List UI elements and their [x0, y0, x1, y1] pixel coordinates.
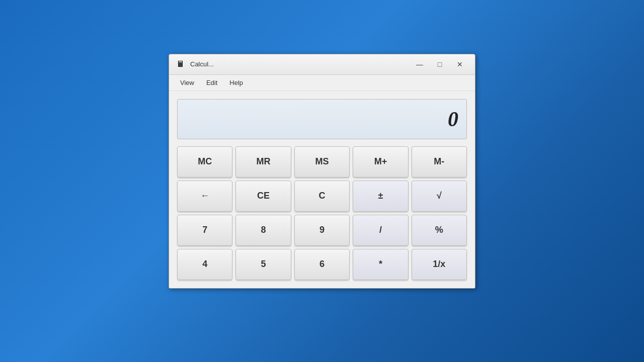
ce-button[interactable]: CE — [235, 180, 291, 212]
display-screen: 0 — [177, 99, 467, 139]
minimize-button[interactable]: — — [411, 58, 429, 70]
percent-button[interactable]: % — [412, 215, 467, 246]
control-row: ← CE C ± √ — [177, 180, 467, 212]
ms-button[interactable]: MS — [294, 146, 350, 177]
title-bar: 🖩 Calcul... — □ ✕ — [169, 54, 475, 75]
window-controls: — □ ✕ — [411, 58, 469, 70]
divide-button[interactable]: / — [353, 215, 408, 246]
menu-view[interactable]: View — [175, 77, 199, 88]
mr-button[interactable]: MR — [235, 146, 291, 177]
row-789: 7 8 9 / % — [177, 215, 467, 246]
calculator-body: 0 MC MR MS M+ M- ← CE C ± √ 7 — [169, 91, 475, 288]
memory-row: MC MR MS M+ M- — [177, 146, 467, 177]
button-6[interactable]: 6 — [294, 249, 350, 280]
button-8[interactable]: 8 — [235, 215, 291, 246]
menu-bar: View Edit Help — [169, 75, 475, 91]
menu-edit[interactable]: Edit — [201, 77, 222, 88]
button-7[interactable]: 7 — [177, 215, 232, 246]
plusminus-button[interactable]: ± — [353, 180, 408, 212]
mminus-button[interactable]: M- — [412, 146, 467, 177]
calculator-icon: 🖩 — [177, 60, 185, 69]
close-button[interactable]: ✕ — [451, 58, 469, 70]
calculator-window: 🖩 Calcul... — □ ✕ View Edit Help 0 MC MR… — [169, 54, 475, 289]
mc-button[interactable]: MC — [177, 146, 232, 177]
reciprocal-button[interactable]: 1/x — [412, 249, 467, 280]
window-title: Calcul... — [190, 60, 411, 68]
mplus-button[interactable]: M+ — [353, 146, 408, 177]
button-5[interactable]: 5 — [235, 249, 291, 280]
c-button[interactable]: C — [294, 180, 350, 212]
menu-help[interactable]: Help — [224, 77, 248, 88]
multiply-button[interactable]: * — [353, 249, 408, 280]
button-9[interactable]: 9 — [294, 215, 350, 246]
backspace-button[interactable]: ← — [177, 180, 232, 212]
app-icon: 🖩 — [175, 59, 186, 70]
row-456: 4 5 6 * 1/x — [177, 249, 467, 280]
button-4[interactable]: 4 — [177, 249, 232, 280]
buttons-grid: MC MR MS M+ M- ← CE C ± √ 7 8 9 / % — [177, 146, 467, 280]
display-value: 0 — [448, 107, 458, 131]
sqrt-button[interactable]: √ — [412, 180, 467, 212]
maximize-button[interactable]: □ — [431, 58, 449, 70]
